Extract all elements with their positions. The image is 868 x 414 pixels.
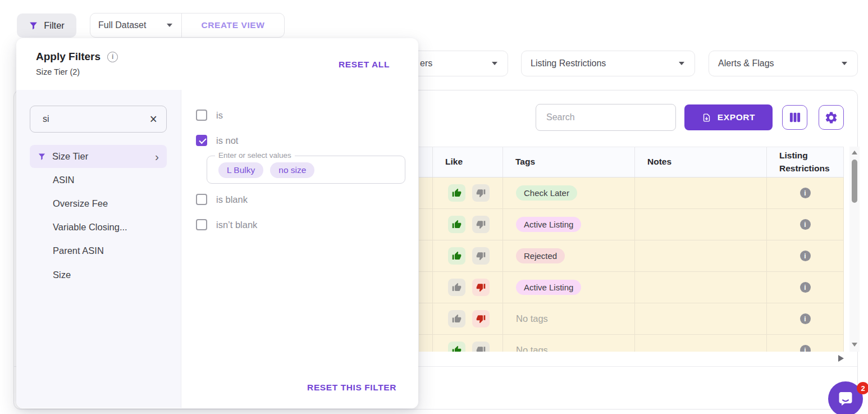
reset-all-button[interactable]: RESET ALL	[339, 60, 390, 70]
thumbs-down-button[interactable]	[472, 184, 490, 202]
table-cell-listing-restrictions: i	[767, 209, 844, 240]
thumbs-down-button[interactable]	[472, 310, 490, 327]
info-icon[interactable]: i	[800, 251, 811, 261]
operator-row-isnt-blank: isn’t blank	[196, 219, 257, 230]
table-cell-notes[interactable]	[635, 303, 767, 334]
funnel-icon	[29, 21, 38, 30]
table-cell-like	[433, 272, 503, 303]
thumbs-up-button[interactable]	[448, 184, 465, 202]
table-header-listing-restrictions: Listing Restrictions	[767, 147, 844, 177]
thumbs-down-button[interactable]	[472, 279, 490, 296]
table-cell-notes[interactable]	[635, 272, 767, 303]
gear-icon	[824, 111, 838, 125]
dataset-view-selector: Full Dataset CREATE VIEW	[90, 13, 285, 38]
manage-columns-button[interactable]	[782, 105, 807, 130]
export-file-icon	[702, 113, 711, 122]
info-icon[interactable]: i	[800, 188, 811, 198]
table-cell-notes[interactable]	[635, 209, 767, 240]
export-button-label: EXPORT	[718, 112, 755, 122]
table-cell-listing-restrictions: i	[767, 178, 844, 208]
create-view-button[interactable]: CREATE VIEW	[182, 20, 284, 30]
checkbox-isnt-blank[interactable]	[196, 219, 207, 230]
table-cell-notes[interactable]	[635, 335, 767, 352]
thumbs-up-button[interactable]	[448, 247, 465, 265]
table-row: Active Listingi	[419, 272, 844, 303]
thumbs-up-button[interactable]	[448, 310, 465, 327]
thumbs-up-button[interactable]	[448, 279, 465, 296]
reset-this-filter-button[interactable]: RESET THIS FILTER	[307, 383, 396, 393]
dropdown-listing-restrictions[interactable]: Listing Restrictions	[521, 51, 695, 76]
vertical-scrollbar[interactable]	[849, 147, 860, 352]
chevron-down-icon	[679, 62, 684, 65]
sidebar-item-parent-asin[interactable]: Parent ASIN	[53, 245, 104, 256]
table-search-input[interactable]	[536, 104, 676, 131]
sidebar-item-size[interactable]: Size	[53, 270, 71, 280]
filter-panel: Apply Filters i Size Tier (2) RESET ALL …	[16, 38, 418, 408]
checkbox-is-not[interactable]	[196, 135, 207, 146]
table-cell-tags: Active Listing	[503, 209, 635, 240]
info-icon[interactable]: i	[800, 313, 811, 324]
scrollbar-thumb[interactable]	[852, 160, 857, 203]
table-cell-listing-restrictions: i	[767, 335, 844, 352]
thumbs-down-button[interactable]	[472, 216, 490, 233]
clear-search-icon[interactable]: ×	[150, 113, 157, 126]
filter-button[interactable]: Filter	[17, 13, 76, 38]
table-cell-sliver	[419, 272, 433, 303]
operator-label: is blank	[216, 194, 248, 205]
table-cell-tags: Rejected	[503, 240, 635, 271]
scroll-down-icon[interactable]	[852, 343, 857, 347]
table-cell-sliver	[419, 178, 433, 208]
table-body: Check LateriActive ListingiRejectediActi…	[419, 178, 844, 352]
info-icon[interactable]: i	[107, 52, 118, 62]
scroll-right-icon[interactable]	[838, 355, 844, 362]
scroll-up-icon[interactable]	[852, 151, 857, 154]
table-row: No tagsi	[419, 303, 844, 335]
sidebar-item-variable-closing[interactable]: Variable Closing...	[53, 222, 127, 233]
operator-label: isn’t blank	[216, 220, 257, 230]
info-icon[interactable]: i	[800, 282, 811, 293]
table-header-notes: Notes	[635, 147, 767, 177]
values-input[interactable]: Enter or select values L Bulky no size	[207, 156, 405, 184]
checkbox-is[interactable]	[196, 110, 207, 121]
value-chip[interactable]: no size	[270, 162, 314, 178]
table-cell-listing-restrictions: i	[767, 240, 844, 271]
table-cell-listing-restrictions: i	[767, 303, 844, 334]
sidebar-item-oversize-fee[interactable]: Oversize Fee	[53, 198, 108, 209]
sidebar-item-size-tier[interactable]: Size Tier ›	[30, 145, 167, 168]
thumbs-up-button[interactable]	[448, 342, 465, 352]
thumbs-up-button[interactable]	[448, 216, 465, 233]
info-icon[interactable]: i	[800, 345, 811, 352]
field-search-box[interactable]: si ×	[30, 106, 167, 133]
chevron-right-icon: ›	[155, 151, 159, 162]
thumbs-down-button[interactable]	[472, 247, 490, 265]
operator-row-is-not: is not	[196, 135, 238, 146]
table-cell-tags: Active Listing	[503, 272, 635, 303]
tag-chip: Rejected	[516, 248, 565, 263]
export-button[interactable]: EXPORT	[684, 104, 773, 130]
thumbs-down-button[interactable]	[472, 342, 490, 352]
table-cell-tags: No tags	[503, 303, 635, 334]
chevron-down-icon	[842, 62, 847, 65]
info-icon[interactable]: i	[800, 219, 811, 230]
sidebar-item-asin[interactable]: ASIN	[53, 175, 75, 185]
checkbox-is-blank[interactable]	[196, 194, 207, 205]
table-row: Active Listingi	[419, 209, 844, 240]
dataset-selected-value[interactable]: Full Dataset	[90, 20, 162, 30]
value-chip[interactable]: L Bulky	[218, 162, 263, 178]
tag-chip: Active Listing	[516, 217, 581, 232]
chevron-down-icon[interactable]	[167, 24, 172, 27]
values-input-legend: Enter or select values	[215, 151, 295, 160]
filter-field-sidebar: si × Size Tier › ASIN Oversize Fee Varia…	[16, 90, 181, 408]
table-cell-like	[433, 303, 503, 334]
table-cell-listing-restrictions: i	[767, 272, 844, 303]
table-header-tags: Tags	[503, 147, 635, 177]
settings-button[interactable]	[819, 105, 844, 130]
table-cell-notes[interactable]	[635, 240, 767, 271]
dropdown-alerts-flags[interactable]: Alerts & Flags	[709, 51, 858, 76]
table-cell-notes[interactable]	[635, 178, 767, 208]
tag-chip: Active Listing	[516, 280, 581, 295]
dropdown-label: Listing Restrictions	[531, 58, 606, 69]
table-row: Rejectedi	[419, 240, 844, 272]
operator-row-is-blank: is blank	[196, 194, 248, 205]
table-row: Check Lateri	[419, 178, 844, 209]
